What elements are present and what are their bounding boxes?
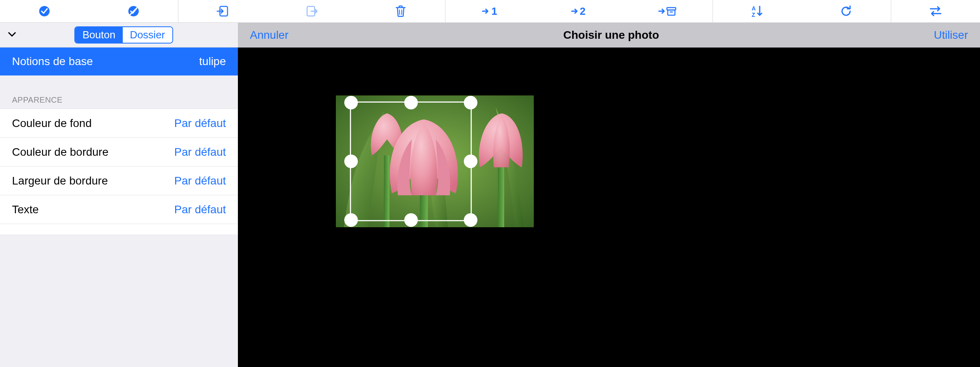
sort-button[interactable]: A Z: [713, 0, 802, 22]
arrow-archive-icon: [658, 5, 677, 17]
sort-icon: A Z: [751, 5, 764, 18]
crop-handle-ml[interactable]: [344, 155, 358, 168]
crop-handle-tl[interactable]: [344, 96, 358, 109]
arrow-2-icon: 2: [570, 5, 588, 17]
selected-value: tulipe: [199, 55, 226, 68]
crop-handle-mr[interactable]: [464, 155, 477, 168]
photo-picker-nav: Annuler Choisir une photo Utiliser: [238, 23, 980, 48]
svg-rect-10: [668, 10, 675, 15]
refresh-icon: [840, 5, 852, 18]
goto-2-button[interactable]: 2: [535, 0, 623, 22]
row-value: Par défaut: [174, 175, 226, 187]
crop-rectangle[interactable]: [350, 101, 472, 221]
row-value: Par défaut: [174, 117, 226, 130]
crop-handle-bc[interactable]: [404, 213, 418, 227]
svg-text:2: 2: [580, 5, 585, 17]
crop-handle-br[interactable]: [464, 213, 477, 227]
row-label: Couleur de bordure: [12, 146, 108, 159]
deselect-all-button[interactable]: [89, 0, 178, 22]
crop-handle-tc[interactable]: [404, 96, 418, 109]
svg-line-6: [402, 10, 402, 15]
top-toolbar: 1 2 A Z: [0, 0, 980, 23]
row-text[interactable]: Texte Par défaut: [0, 195, 238, 224]
import-icon: [216, 5, 229, 18]
use-button[interactable]: Utiliser: [934, 29, 968, 42]
svg-line-5: [399, 10, 400, 15]
photo-crop-area[interactable]: [238, 48, 980, 367]
row-border-color[interactable]: Couleur de bordure Par défaut: [0, 138, 238, 167]
row-label: Texte: [12, 203, 39, 216]
section-header-appearance: APPARENCE: [0, 95, 238, 109]
row-value: Par défaut: [174, 146, 226, 159]
refresh-button[interactable]: [802, 0, 890, 22]
section-spacer: [0, 75, 238, 95]
photo-picker-title: Choisir une photo: [563, 29, 659, 42]
trash-icon: [395, 5, 407, 18]
svg-text:Z: Z: [752, 12, 755, 18]
row-border-width[interactable]: Largeur de bordure Par défaut: [0, 167, 238, 195]
main-split: Bouton Dossier Notions de base tulipe AP…: [0, 23, 980, 367]
trash-button[interactable]: [356, 0, 445, 22]
photo-preview: [336, 95, 534, 227]
selected-label: Notions de base: [12, 55, 93, 68]
segmented-option-button[interactable]: Bouton: [75, 27, 122, 43]
archive-button[interactable]: [623, 0, 712, 22]
svg-rect-15: [498, 167, 504, 227]
left-panel: Bouton Dossier Notions de base tulipe AP…: [0, 23, 238, 367]
selected-row[interactable]: Notions de base tulipe: [0, 48, 238, 75]
goto-1-button[interactable]: 1: [445, 0, 534, 22]
chevron-down-icon[interactable]: [7, 30, 17, 41]
svg-point-0: [39, 6, 50, 16]
export-icon: [305, 5, 318, 18]
import-button[interactable]: [178, 0, 267, 22]
swap-icon: [929, 5, 942, 17]
select-all-button[interactable]: [0, 0, 89, 22]
export-button[interactable]: [267, 0, 356, 22]
segmented-control: Bouton Dossier: [74, 26, 173, 44]
cancel-button[interactable]: Annuler: [250, 29, 289, 42]
row-value: Par défaut: [174, 203, 226, 216]
row-partial: [0, 224, 238, 234]
row-label: Couleur de fond: [12, 117, 92, 130]
right-panel: Annuler Choisir une photo Utiliser: [238, 23, 980, 367]
x-circle-icon: [128, 5, 140, 17]
left-header: Bouton Dossier: [0, 23, 238, 48]
crop-handle-bl[interactable]: [344, 213, 358, 227]
property-rows: Couleur de fond Par défaut Couleur de bo…: [0, 109, 238, 234]
row-label: Largeur de bordure: [12, 175, 108, 187]
swap-button[interactable]: [891, 0, 980, 22]
crop-handle-tr[interactable]: [464, 96, 477, 109]
check-circle-icon: [38, 5, 50, 17]
row-background-color[interactable]: Couleur de fond Par défaut: [0, 109, 238, 138]
arrow-1-icon: 1: [481, 5, 499, 17]
segmented-option-folder[interactable]: Dossier: [123, 27, 172, 43]
svg-text:A: A: [752, 5, 756, 12]
svg-text:1: 1: [491, 5, 497, 17]
